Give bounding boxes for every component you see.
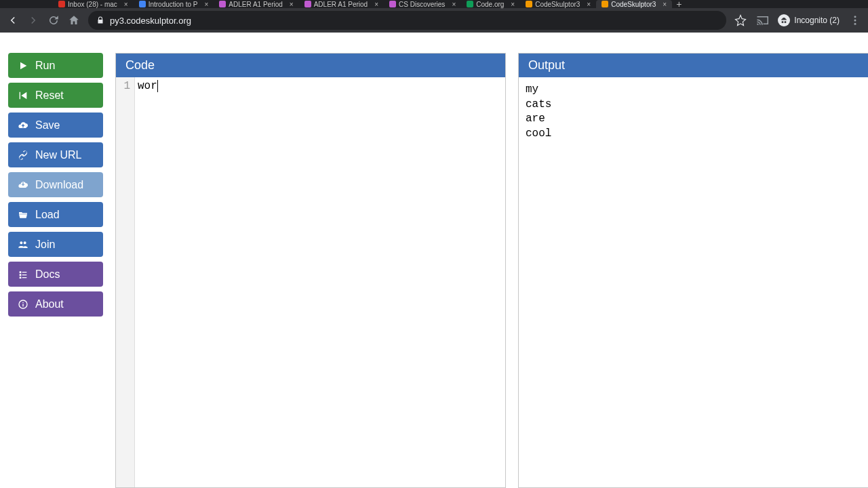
tab-close-icon[interactable]: ×	[452, 1, 456, 8]
download-button[interactable]: Download	[8, 172, 103, 197]
docs-label: Docs	[35, 268, 60, 281]
incognito-indicator[interactable]: Incognito (2)	[778, 14, 840, 26]
tab-close-icon[interactable]: ×	[290, 1, 294, 8]
tab-close-icon[interactable]: ×	[374, 1, 378, 8]
code-panel-title: Code	[116, 54, 505, 77]
new-tab-button[interactable]: +	[672, 1, 686, 7]
text-cursor	[157, 80, 158, 92]
info-icon	[18, 299, 28, 310]
browser-tab[interactable]: Code.org×	[461, 0, 520, 8]
output-text: my cats are cool	[519, 77, 868, 146]
reset-button[interactable]: Reset	[8, 83, 103, 108]
browser-tab[interactable]: Inbox (28) - mac×	[53, 0, 134, 8]
tab-close-icon[interactable]: ×	[204, 1, 208, 8]
cast-icon[interactable]	[756, 14, 768, 26]
tab-close-icon[interactable]: ×	[587, 1, 591, 8]
incognito-label: Incognito (2)	[794, 16, 840, 25]
docs-button[interactable]: Docs	[8, 262, 103, 287]
browser-tab[interactable]: Introduction to P×	[134, 0, 214, 8]
workspace: Code 1 wor Output my cats are cool	[115, 53, 868, 488]
browser-tab-strip: Inbox (28) - mac×Introduction to P×ADLER…	[0, 0, 868, 8]
link-icon	[18, 150, 28, 161]
svg-point-0	[854, 16, 856, 18]
kebab-menu-icon[interactable]	[849, 14, 861, 26]
output-panel-title: Output	[519, 54, 868, 77]
code-editor[interactable]: 1 wor	[116, 77, 505, 487]
new-url-button[interactable]: New URL	[8, 142, 103, 167]
tab-close-icon[interactable]: ×	[511, 1, 515, 8]
sidebar: Run Reset Save New URL Download Load Joi…	[8, 53, 103, 488]
save-label: Save	[35, 119, 60, 131]
address-bar[interactable]: py3.codeskulptor.org	[88, 11, 726, 30]
save-button[interactable]: Save	[8, 113, 103, 138]
back-icon[interactable]	[7, 14, 19, 26]
home-icon[interactable]	[68, 14, 80, 26]
about-button[interactable]: About	[8, 291, 103, 317]
download-label: Download	[35, 179, 83, 191]
cloud-up-icon	[18, 120, 28, 131]
folder-open-icon	[18, 209, 28, 220]
download-icon	[18, 180, 28, 190]
output-panel: Output my cats are cool	[518, 53, 868, 488]
editor-text[interactable]: wor	[135, 77, 158, 487]
about-label: About	[35, 298, 64, 310]
browser-tab[interactable]: ADLER A1 Period×	[214, 0, 298, 8]
lock-icon	[96, 16, 104, 24]
new-url-label: New URL	[35, 149, 81, 161]
browser-tab[interactable]: CS Discoveries×	[384, 0, 461, 8]
people-icon	[18, 239, 28, 250]
reload-icon[interactable]	[47, 14, 60, 26]
app-root: Run Reset Save New URL Download Load Joi…	[0, 33, 868, 488]
forward-icon[interactable]	[27, 14, 39, 26]
svg-point-2	[854, 23, 856, 25]
load-button[interactable]: Load	[8, 202, 103, 227]
tab-close-icon[interactable]: ×	[124, 1, 128, 8]
rewind-icon	[18, 90, 28, 101]
editor-gutter: 1	[116, 77, 135, 487]
browser-tab[interactable]: CodeSkulptor3×	[596, 0, 672, 8]
svg-point-1	[854, 20, 856, 22]
url-text: py3.codeskulptor.org	[110, 16, 191, 26]
reset-label: Reset	[35, 89, 64, 102]
list-icon	[18, 269, 28, 280]
browser-tab[interactable]: CodeSkulptor3×	[520, 0, 596, 8]
browser-tab[interactable]: ADLER A1 Period×	[299, 0, 384, 8]
browser-nav-bar: py3.codeskulptor.org Incognito (2)	[0, 8, 868, 33]
run-button[interactable]: Run	[8, 53, 103, 78]
join-label: Join	[35, 239, 55, 251]
star-icon[interactable]	[734, 14, 747, 26]
run-label: Run	[35, 60, 55, 72]
play-icon	[18, 60, 28, 71]
join-button[interactable]: Join	[8, 232, 103, 257]
load-label: Load	[35, 209, 60, 221]
tab-close-icon[interactable]: ×	[663, 1, 667, 8]
code-panel: Code 1 wor	[115, 53, 506, 488]
